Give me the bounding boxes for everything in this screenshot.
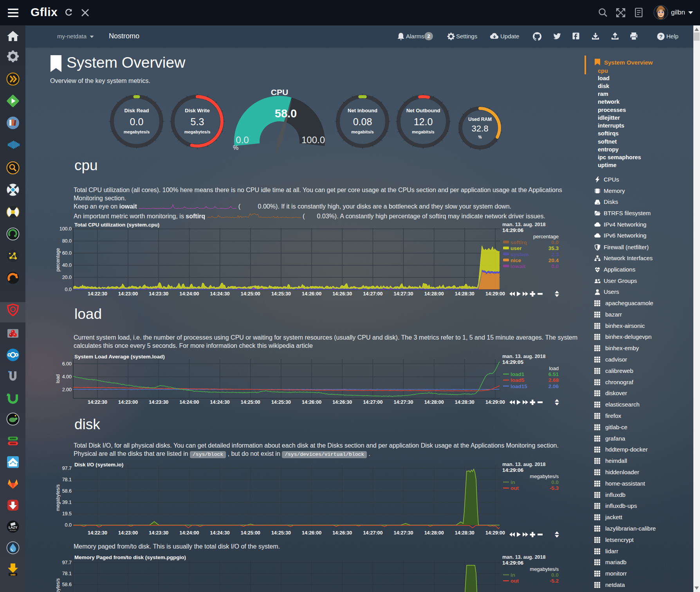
svg-text:sab: sab xyxy=(11,573,16,576)
svg-text:LAZY: LAZY xyxy=(9,525,18,529)
svg-text:librarian: librarian xyxy=(10,529,16,531)
svg-text:?: ? xyxy=(659,34,662,40)
